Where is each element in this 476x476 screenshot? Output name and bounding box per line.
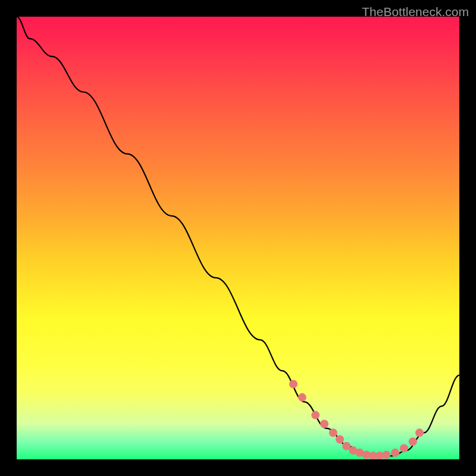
watermark-text: TheBottleneck.com (362, 5, 469, 19)
data-point (320, 419, 328, 428)
data-point (415, 428, 424, 437)
data-point (329, 428, 337, 437)
data-point (391, 449, 399, 457)
highlight-points (289, 380, 424, 459)
data-point (409, 437, 417, 446)
data-point (289, 380, 298, 389)
data-point (311, 411, 320, 419)
data-point (298, 393, 306, 402)
curve-path (17, 17, 459, 457)
data-point (382, 451, 390, 459)
chart-container (17, 17, 459, 459)
chart-svg (17, 17, 459, 459)
data-point (336, 436, 344, 444)
data-point (400, 444, 408, 452)
